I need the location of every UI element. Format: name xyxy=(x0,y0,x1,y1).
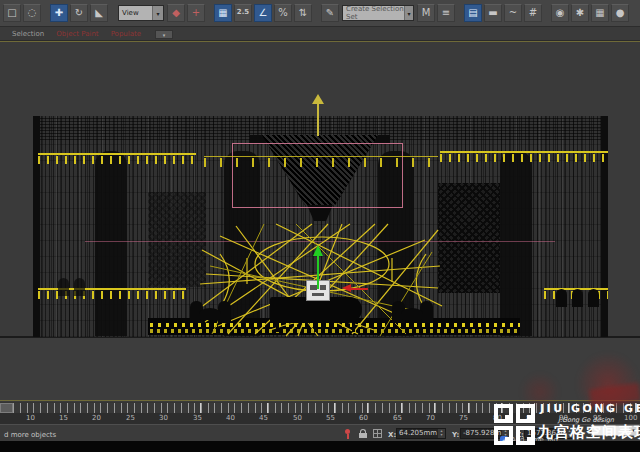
status-prompt: d more objects xyxy=(4,431,56,439)
baluster-row-right-top xyxy=(440,151,608,162)
select-and-move-icon[interactable]: ✚ xyxy=(50,4,68,22)
mirror-icon[interactable]: M xyxy=(417,4,435,22)
frame-label: 45 xyxy=(259,414,268,422)
frame-label: 35 xyxy=(193,414,202,422)
chevron-down-icon[interactable]: ▾ xyxy=(152,6,163,20)
x-coord-label: X: xyxy=(388,431,396,439)
main-toolbar: □ ◌ ✚ ↻ ◣ View ▾ ◆ + ▦ 2.5 ∠ % ⇅ ✎ Creat… xyxy=(0,0,640,27)
selection-set-value: Create Selection Set xyxy=(346,5,404,21)
gizmo-x-axis-stem xyxy=(350,288,368,290)
spinner-snap-icon[interactable]: ⇅ xyxy=(294,4,312,22)
watermark-chinese: 九宫格空间表现 xyxy=(538,423,640,442)
selection-highlight-rect xyxy=(232,143,403,208)
frame-label: 25 xyxy=(126,414,135,422)
piano-leg xyxy=(276,323,279,332)
sconce-row-center xyxy=(204,156,438,167)
select-and-rotate-icon[interactable]: ↻ xyxy=(70,4,88,22)
jiugongge-logo-icon xyxy=(494,404,536,446)
frame-label: 15 xyxy=(59,414,68,422)
selection-lock-icon[interactable] xyxy=(359,429,367,438)
paint-selection-region-icon[interactable]: ◌ xyxy=(23,4,41,22)
selection-region-icon[interactable]: □ xyxy=(3,4,21,22)
select-and-manipulate-icon[interactable]: + xyxy=(187,4,205,22)
x-coord-field[interactable]: 64.205mm ▴▾ xyxy=(396,428,446,439)
absolute-offset-toggle-icon[interactable] xyxy=(373,429,382,438)
selection-set-dropdown[interactable]: Create Selection Set ▾ xyxy=(342,5,414,21)
y-coord-label: Y: xyxy=(452,431,459,439)
render-setup-icon[interactable]: ✱ xyxy=(571,4,589,22)
chair-silhouette xyxy=(74,278,85,296)
tab-selection[interactable]: Selection xyxy=(12,30,44,38)
piano-leg xyxy=(352,323,355,332)
table-silhouette xyxy=(401,308,423,320)
x-spinner[interactable]: ▴▾ xyxy=(438,429,445,438)
frame-label: 70 xyxy=(426,414,435,422)
frame-label: 75 xyxy=(459,414,468,422)
arch-silhouette xyxy=(95,151,127,336)
material-editor-icon[interactable]: ◉ xyxy=(551,4,569,22)
frame-label: 55 xyxy=(326,414,335,422)
chair-silhouette xyxy=(588,289,599,307)
chevron-down-icon[interactable]: ▾ xyxy=(404,6,413,20)
tab-object-paint[interactable]: Object Paint xyxy=(56,30,98,38)
chair-silhouette xyxy=(572,289,583,307)
ribbon-tab-bar: Selection Object Paint Populate ▾ xyxy=(0,28,640,41)
reference-coordinate-dropdown[interactable]: View ▾ xyxy=(118,5,164,21)
piano-leg xyxy=(314,323,317,332)
frame-label: 40 xyxy=(226,414,235,422)
isolate-selection-icon[interactable] xyxy=(345,429,350,439)
watermark-title: JIU GONG GE xyxy=(540,402,640,415)
truss-lattice-right xyxy=(438,183,500,293)
ribbon-toggle-icon[interactable]: ▬ xyxy=(484,4,502,22)
use-pivot-center-icon[interactable]: ◆ xyxy=(167,4,185,22)
schematic-view-icon[interactable]: # xyxy=(524,4,542,22)
spline-arrow-stem xyxy=(317,103,319,136)
3dsmax-window: □ ◌ ✚ ↻ ◣ View ▾ ◆ + ▦ 2.5 ∠ % ⇅ ✎ Creat… xyxy=(0,0,640,452)
time-slider-handle[interactable] xyxy=(0,403,13,413)
chair-silhouette xyxy=(556,289,567,307)
lower-ground xyxy=(0,338,640,401)
edit-selection-sets-icon[interactable]: ✎ xyxy=(321,4,339,22)
angle-snap-icon[interactable]: ∠ xyxy=(254,4,272,22)
arch-silhouette xyxy=(500,151,532,336)
render-production-icon[interactable]: ● xyxy=(611,4,629,22)
chair-silhouette xyxy=(58,278,69,296)
tab-populate[interactable]: Populate xyxy=(111,30,141,38)
manage-layers-icon[interactable]: ▤ xyxy=(464,4,482,22)
frame-label: 65 xyxy=(393,414,402,422)
select-and-scale-icon[interactable]: ◣ xyxy=(90,4,108,22)
gizmo-y-axis-stem xyxy=(317,255,319,289)
viewport-front-wireframe[interactable] xyxy=(0,41,640,401)
frame-label: 60 xyxy=(359,414,368,422)
frame-label: 20 xyxy=(92,414,101,422)
structure-right-edge xyxy=(601,116,608,337)
percent-snap-icon[interactable]: % xyxy=(274,4,292,22)
rendered-frame-icon[interactable]: ▦ xyxy=(591,4,609,22)
frame-label: 30 xyxy=(159,414,168,422)
jiugongge-watermark: JIU GONG GE J.Gong Ge design 九宫格空间表现 xyxy=(492,398,640,448)
structure-left-edge xyxy=(33,116,40,337)
keyboard-override-icon[interactable]: ▦ xyxy=(214,4,232,22)
frame-label: 50 xyxy=(293,414,302,422)
baluster-row-left-top xyxy=(38,153,196,164)
frame-label: 10 xyxy=(26,414,35,422)
snap-toggle-icon[interactable]: 2.5 xyxy=(234,4,252,22)
reference-coordinate-value: View xyxy=(122,9,139,17)
align-icon[interactable]: ≡ xyxy=(437,4,455,22)
curve-editor-icon[interactable]: ~ xyxy=(504,4,522,22)
table-silhouette xyxy=(199,308,221,320)
ribbon-flyout-icon[interactable]: ▾ xyxy=(155,30,173,39)
x-coord-value: 64.205mm xyxy=(399,429,437,437)
truss-lattice-left xyxy=(148,192,206,287)
